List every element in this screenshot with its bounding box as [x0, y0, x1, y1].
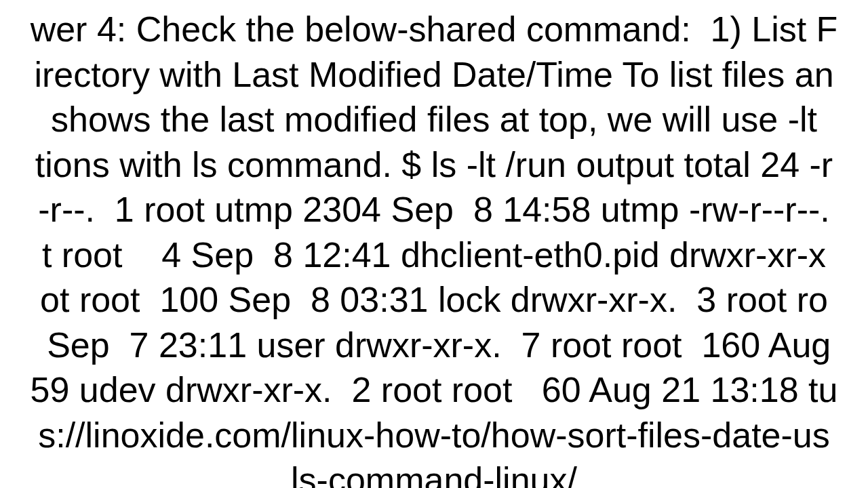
document-body-text: wer 4: Check the below-shared command: 1… — [0, 7, 868, 488]
